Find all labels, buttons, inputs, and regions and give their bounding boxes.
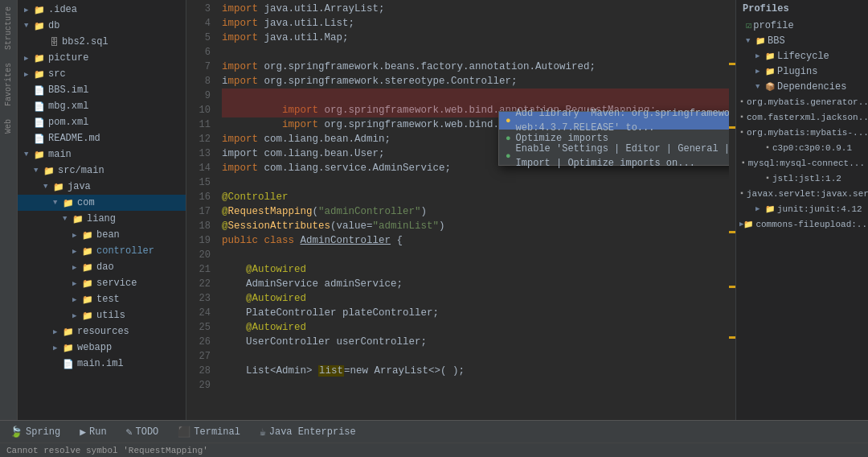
right-tree-dep-7[interactable]: ▪ javax.servlet:javax.ser... <box>736 186 868 201</box>
checkbox-checked-icon: ☑ <box>746 19 751 31</box>
arrow-icon: ▶ <box>53 344 63 352</box>
arrow-icon: ▼ <box>746 37 755 45</box>
arrow-icon: ▶ <box>72 263 82 272</box>
tab-java-enterprise[interactable]: ☕ Java Enterprise <box>256 424 359 440</box>
dropdown-item-add-library[interactable]: ● Add library 'Maven: org.springframewor… <box>499 112 729 130</box>
sidebar-item-dao[interactable]: ▶ 📁 dao <box>18 259 186 275</box>
arrow-icon: ▶ <box>755 67 765 76</box>
code-content[interactable]: import java.util.ArrayList; import java.… <box>217 0 729 420</box>
dropdown-item-enable-autoimport[interactable]: ● Enable 'Settings | Editor | General | … <box>499 147 729 165</box>
sidebar-item-mbgxml[interactable]: 📄 mbg.xml <box>18 98 186 114</box>
right-tree-dep-6[interactable]: ▪ jstl:jstl:1.2 <box>736 171 868 186</box>
right-tree-label: jstl:jstl:1.2 <box>772 174 841 183</box>
right-tree-dep-4[interactable]: ▪ c3p0:c3p0:0.9.1 <box>736 140 868 155</box>
sidebar-item-mainiml[interactable]: 📄 main.iml <box>18 356 186 372</box>
code-editor[interactable]: 3 4 5 6 7 8 9 10 11 12 13 14 15 16 17 18… <box>186 0 735 420</box>
right-tree-label: Dependencies <box>777 81 846 93</box>
sidebar-item-label: README.md <box>48 133 100 144</box>
tab-label: Java Enterprise <box>269 426 356 438</box>
tab-run[interactable]: ▶ Run <box>76 424 109 440</box>
vtab-structure[interactable]: Web <box>2 113 14 140</box>
tab-label: Run <box>89 426 107 438</box>
code-line-15 <box>222 175 729 190</box>
arrow-icon: ▶ <box>53 327 63 336</box>
sidebar-item-webapp[interactable]: ▶ 📁 webapp <box>18 340 186 356</box>
sidebar-item-readme[interactable]: 📄 README.md <box>18 130 186 146</box>
sidebar-item-test[interactable]: ▶ 📁 test <box>18 291 186 307</box>
right-tree-dependencies[interactable]: ▼ 📦 Dependencies <box>736 79 868 94</box>
folder-icon: 📁 <box>34 5 45 15</box>
right-tree-label: profile <box>753 20 793 31</box>
folder-icon: 📁 <box>765 67 775 76</box>
sidebar-item-label: service <box>96 278 137 289</box>
sidebar-item-java[interactable]: ▼ 📁 java <box>18 179 186 195</box>
right-tree-label: Lifecycle <box>777 51 829 62</box>
arrow-icon: ▶ <box>24 70 34 79</box>
code-line-27 <box>222 349 729 364</box>
terminal-icon: ⬛ <box>178 426 190 438</box>
right-tree-junit[interactable]: ▶ 📁 junit:junit:4.12 <box>736 201 868 216</box>
arrow-icon: ▼ <box>53 199 63 207</box>
right-tree-profile[interactable]: ☑ profile <box>736 18 868 33</box>
sidebar-item-liang[interactable]: ▼ 📁 liang <box>18 211 186 227</box>
right-tree-dep-3[interactable]: ▪ org.mybatis:mybatis-... <box>736 125 868 140</box>
sidebar-item-src[interactable]: ▶ 📁 src <box>18 66 186 82</box>
dep-icon: ▪ <box>739 113 744 121</box>
folder-icon: 📁 <box>82 230 93 241</box>
right-tree-dep-1[interactable]: ▪ org.mybatis.generator... <box>736 94 868 109</box>
tab-terminal[interactable]: ⬛ Terminal <box>174 424 244 440</box>
arrow-icon: ▶ <box>755 204 765 213</box>
right-tree-commons[interactable]: ▶ 📁 commons-fileupload:... <box>736 216 868 232</box>
sidebar-item-label: resources <box>77 326 129 337</box>
folder-icon: 📁 <box>34 69 45 80</box>
right-tree-lifecycle[interactable]: ▶ 📁 Lifecycle <box>736 48 868 64</box>
right-tree-label: junit:junit:4.12 <box>777 204 862 214</box>
code-line-24: PlateController plateController; <box>222 306 729 320</box>
code-line-26: UserController userController; <box>222 335 729 349</box>
sidebar-item-bbs2sql[interactable]: 🗄 bbs2.sql <box>18 34 186 50</box>
sidebar-item-com[interactable]: ▼ 📁 com <box>18 195 186 211</box>
sidebar-item-label: webapp <box>77 342 112 353</box>
right-tree-dep-5[interactable]: ▪ mysql:mysql-connect... <box>736 155 868 171</box>
intention-popup[interactable]: ● Add library 'Maven: org.springframewor… <box>498 111 729 166</box>
folder-icon: 📁 <box>63 198 74 208</box>
sidebar-item-idea[interactable]: ▶ 📁 .idea <box>18 2 186 18</box>
folder-icon: 📁 <box>82 311 93 321</box>
sidebar-item-pomxml[interactable]: 📄 pom.xml <box>18 114 186 130</box>
java-icon: ☕ <box>260 426 266 438</box>
status-message: Cannot resolve symbol 'RequestMapping' <box>6 446 208 455</box>
bottom-bar: 🍃 Spring ▶ Run ✎ TODO ⬛ Terminal ☕ Java … <box>0 420 868 443</box>
folder-icon: 📁 <box>53 182 64 192</box>
code-line-28: List<Admin> list=new ArrayList<>( ); <box>222 364 729 378</box>
sidebar-item-service[interactable]: ▶ 📁 service <box>18 275 186 291</box>
right-tree-plugins[interactable]: ▶ 📁 Plugins <box>736 64 868 79</box>
folder-icon: 📁 <box>63 327 74 337</box>
sidebar-item-bbsiml[interactable]: 📄 BBS.iml <box>18 82 186 98</box>
right-tree-dep-2[interactable]: ▪ com.fasterxml.jackson... <box>736 109 868 125</box>
code-line-21: @Autowired <box>222 262 729 277</box>
arrow-icon: ▼ <box>63 215 72 223</box>
sidebar-item-picture[interactable]: ▶ 📁 picture <box>18 50 186 66</box>
arrow-icon: ▶ <box>72 231 82 240</box>
vertical-tabs: Structure Favorites Web <box>0 0 18 420</box>
folder-icon: 📁 <box>82 246 93 257</box>
sidebar-item-label: .idea <box>48 4 77 15</box>
tab-spring[interactable]: 🍃 Spring <box>6 424 63 440</box>
iml-file-icon: 📄 <box>63 359 74 369</box>
code-line-7: import org.springframework.beans.factory… <box>222 60 729 74</box>
vtab-web[interactable]: Structure <box>2 0 14 56</box>
vtab-favorites[interactable]: Favorites <box>2 56 14 113</box>
sidebar-item-bean[interactable]: ▶ 📁 bean <box>18 227 186 243</box>
arrow-icon: ▼ <box>43 183 53 191</box>
tab-todo[interactable]: ✎ TODO <box>123 424 162 440</box>
sidebar-item-controller[interactable]: ▶ 📁 controller <box>18 243 186 259</box>
sidebar-item-db[interactable]: ▼ 📁 db <box>18 18 186 34</box>
sidebar-item-resources[interactable]: ▶ 📁 resources <box>18 323 186 340</box>
folder-icon: 📁 <box>765 204 775 214</box>
sidebar-item-utils[interactable]: ▶ 📁 utils <box>18 307 186 323</box>
status-bar: Cannot resolve symbol 'RequestMapping' <box>0 443 868 457</box>
right-tree-bbs[interactable]: ▼ 📁 BBS <box>736 33 868 48</box>
arrow-icon: ▶ <box>72 247 82 256</box>
sidebar-item-srcmain[interactable]: ▼ 📁 src/main <box>18 163 186 179</box>
sidebar-item-main[interactable]: ▼ 📁 main <box>18 146 186 163</box>
